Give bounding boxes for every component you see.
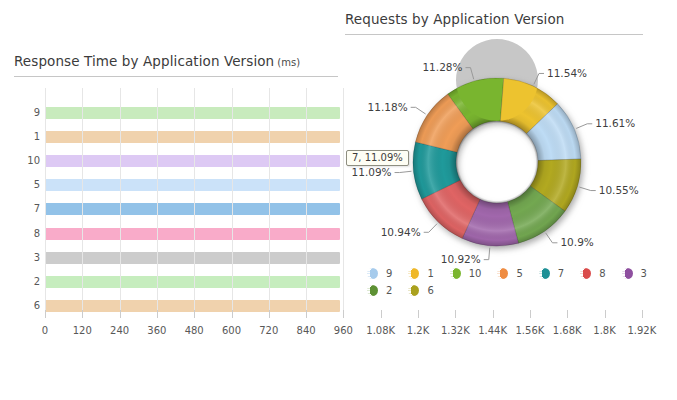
callout-line [579,187,595,190]
legend-marker-icon [367,268,378,279]
legend-row: 26 [367,285,647,296]
legend-item-10[interactable]: 10 [450,268,482,279]
callout-line [395,171,412,172]
legend-item-8[interactable]: 8 [580,268,605,279]
donut-segment-label: 11.18% [368,101,408,113]
donut-tooltip: 7, 11.09% [346,150,409,166]
donut-segment-label: 10.94% [381,226,421,238]
legend-marker-icon [497,268,508,279]
legend-item-label: 1 [427,268,433,279]
donut-segment-label: 10.92% [441,253,481,265]
legend-marker-icon [622,268,633,279]
callout-line [411,107,426,114]
legend-item-label: 10 [469,268,482,279]
legend-item-label: 8 [599,268,605,279]
callout-line [546,233,558,243]
donut-segment-label: 10.9% [560,236,593,248]
legend-item-1[interactable]: 1 [408,268,433,279]
donut-segment-label: 11.54% [547,67,587,79]
donut-segment-label: 11.61% [595,117,635,129]
legend-item-6[interactable]: 6 [408,285,433,296]
callout-line [484,248,490,260]
legend-item-3[interactable]: 3 [622,268,647,279]
legend-marker-icon [580,268,591,279]
legend-marker-icon [408,268,419,279]
callout-line [424,224,437,233]
donut-segment-label: 11.09% [352,166,392,178]
legend-item-label: 9 [386,268,392,279]
dashboard: Response Time by Application Version(ms)… [0,0,677,400]
legend-item-label: 6 [427,285,433,296]
legend-item-label: 5 [516,268,522,279]
donut-segment-label: 10.55% [599,184,639,196]
requests-donut-chart: 11.28%11.54%11.61%10.55%10.9%10.92%10.94… [0,0,677,400]
legend-marker-icon [450,268,461,279]
legend-item-label: 7 [558,268,564,279]
legend-item-9[interactable]: 9 [367,268,392,279]
legend-item-label: 2 [386,285,392,296]
legend-item-2[interactable]: 2 [367,285,392,296]
legend-marker-icon [367,285,378,296]
callout-line [576,124,592,129]
legend-row: 91105783 [367,268,647,279]
legend-item-7[interactable]: 7 [539,268,564,279]
legend-item-label: 3 [641,268,647,279]
legend-item-5[interactable]: 5 [497,268,522,279]
legend-marker-icon [408,285,419,296]
donut-segment-label: 11.28% [422,61,462,73]
legend-marker-icon [539,268,550,279]
donut-legend: 9110578326 [367,268,647,296]
